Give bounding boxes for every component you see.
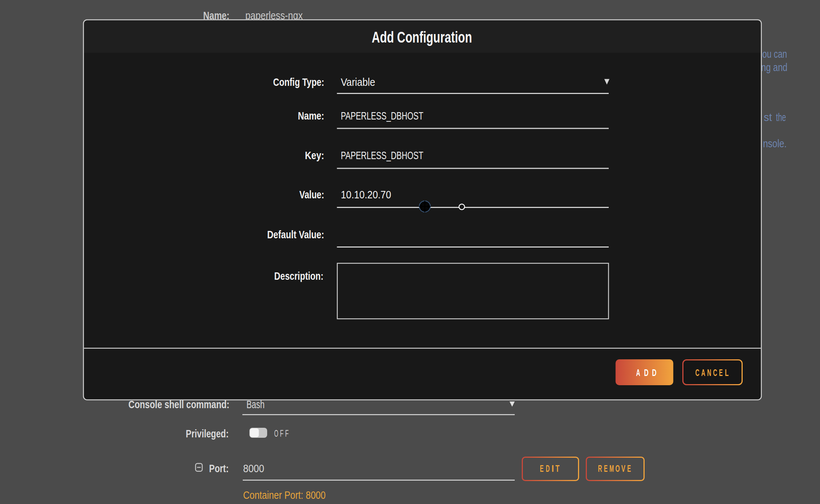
svg-text:ou can: ou can: [762, 48, 787, 60]
svg-text:T: T: [555, 463, 559, 474]
svg-text:O: O: [615, 463, 620, 474]
svg-text:Port:: Port:: [209, 462, 229, 474]
svg-text:Key:: Key:: [305, 149, 324, 161]
svg-text:A: A: [701, 367, 705, 378]
svg-text:F: F: [285, 428, 289, 439]
svg-text:Bash: Bash: [246, 399, 265, 410]
svg-text:Value:: Value:: [299, 188, 324, 201]
svg-text:Name:: Name:: [298, 110, 324, 122]
svg-text:D: D: [652, 367, 656, 378]
svg-text:I: I: [552, 463, 554, 474]
svg-text:PAPERLESS_DBHOST: PAPERLESS_DBHOST: [341, 149, 423, 161]
svg-text:E: E: [719, 367, 723, 378]
svg-text:C: C: [695, 367, 699, 378]
svg-text:M: M: [609, 463, 614, 474]
svg-text:N: N: [707, 367, 711, 378]
svg-text:Description:: Description:: [274, 270, 323, 282]
svg-text:R: R: [598, 463, 602, 474]
svg-text:Variable: Variable: [341, 76, 375, 88]
svg-text:10.10.20.70: 10.10.20.70: [341, 189, 391, 201]
svg-text:E: E: [540, 463, 544, 474]
svg-text:Add Configuration: Add Configuration: [372, 28, 472, 46]
svg-text:Default Value:: Default Value:: [267, 228, 324, 241]
svg-text:V: V: [621, 463, 625, 474]
svg-text:C: C: [713, 367, 717, 378]
svg-text:nsole.: nsole.: [763, 138, 787, 149]
svg-text:Privileged:: Privileged:: [186, 427, 229, 440]
svg-text:E: E: [604, 463, 608, 474]
svg-text:Container Port: 8000: Container Port: 8000: [243, 489, 326, 501]
svg-text:Config Type:: Config Type:: [273, 76, 324, 88]
svg-text:E: E: [627, 463, 631, 474]
svg-text:the: the: [776, 111, 786, 123]
svg-text:D: D: [546, 463, 550, 474]
svg-text:ng and: ng and: [761, 61, 787, 73]
svg-text:D: D: [644, 367, 649, 378]
svg-text:L: L: [725, 367, 729, 378]
svg-text:F: F: [280, 428, 284, 439]
svg-text:O: O: [274, 428, 278, 439]
svg-text:st: st: [764, 111, 772, 123]
svg-text:A: A: [636, 367, 640, 378]
svg-text:PAPERLESS_DBHOST: PAPERLESS_DBHOST: [341, 110, 423, 122]
svg-text:8000: 8000: [243, 463, 264, 474]
